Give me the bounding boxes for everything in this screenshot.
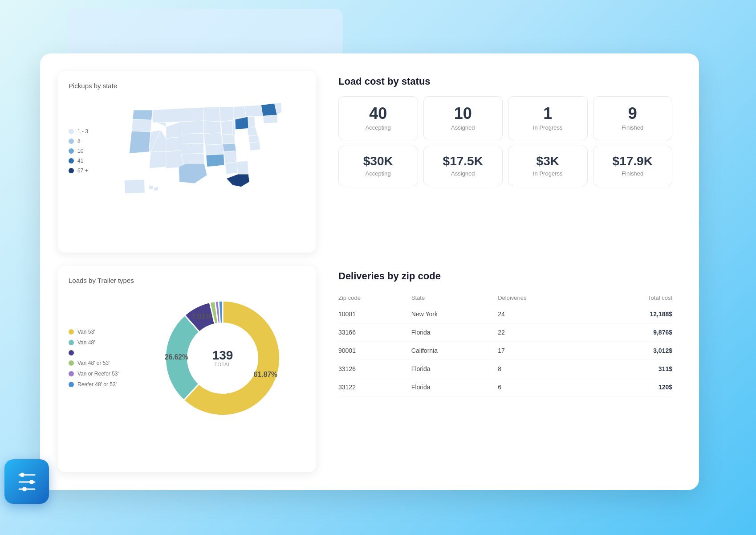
- svg-point-47: [20, 473, 24, 477]
- trailer-dot-reefer4853: [69, 382, 74, 387]
- trailer-dot-van48: [69, 340, 74, 345]
- cell-cost-2: 3,012$: [592, 342, 672, 360]
- table-row: 33122 Florida 6 120$: [338, 378, 672, 396]
- legend-item-4: 41: [69, 158, 104, 164]
- svg-marker-38: [244, 105, 263, 117]
- cost-stats-grid: $30K Accepting $17.5K Assigned $3K In Pr…: [338, 146, 672, 186]
- cell-state-3: Florida: [411, 360, 498, 378]
- svg-marker-5: [153, 108, 181, 123]
- svg-marker-1: [132, 119, 152, 132]
- assigned-cost-label: Assigned: [431, 170, 496, 177]
- load-cost-title: Load cost by status: [338, 76, 672, 87]
- finished-count: 9: [601, 106, 665, 122]
- stat-card-inprogress-count: 1 In Progress: [508, 96, 588, 140]
- legend-label-2: 8: [77, 138, 81, 144]
- cell-state-0: New York: [411, 305, 498, 323]
- donut-center: 139 TOTAL: [212, 349, 233, 367]
- pickups-title: Pickups by state: [69, 82, 305, 90]
- inprogress-cost: $3K: [516, 155, 580, 167]
- stat-card-finished-count: 9 Finished: [593, 96, 673, 140]
- legend-label-5: 67 +: [77, 167, 88, 174]
- legend-item-3: 10: [69, 148, 104, 154]
- donut-total-number: 139: [212, 349, 233, 362]
- svg-point-49: [29, 480, 34, 484]
- cell-count-2: 17: [498, 342, 592, 360]
- inprogress-count-label: In Progress: [516, 124, 580, 131]
- col-zipcode: Zip code: [338, 291, 411, 305]
- svg-marker-37: [249, 142, 260, 151]
- accepting-count: 40: [346, 106, 411, 122]
- table-row: 10001 New York 24 12,188$: [338, 305, 672, 323]
- legend-dot-2: [69, 139, 74, 144]
- legend-item-2: 8: [69, 138, 104, 144]
- col-totalcost: Total cost: [592, 291, 672, 305]
- trailer-label-reefer4853: Reefer 48' or 53': [77, 381, 117, 388]
- cell-zip-0: 10001: [338, 305, 411, 323]
- svg-marker-27: [225, 162, 238, 174]
- svg-point-51: [22, 487, 27, 491]
- trailer-legend-van48: Van 48': [69, 339, 131, 346]
- svg-marker-16: [179, 163, 207, 184]
- svg-marker-8: [149, 152, 166, 169]
- svg-marker-25: [223, 143, 236, 152]
- us-map: [113, 97, 305, 205]
- table-row: 33126 Florida 8 311$: [338, 360, 672, 378]
- sliders-icon: [15, 470, 39, 494]
- cell-state-2: California: [411, 342, 498, 360]
- legend-item-5: 67 +: [69, 167, 104, 174]
- svg-marker-30: [234, 106, 246, 118]
- cell-state-1: Florida: [411, 323, 498, 342]
- inprogress-count: 1: [516, 106, 580, 122]
- donut-chart-wrapper: 61.87%26.62%7.91% 139 TOTAL: [140, 291, 305, 425]
- svg-marker-36: [248, 135, 260, 143]
- trailer-title: Loads by Trailer types: [69, 277, 305, 284]
- donut-total-label: TOTAL: [212, 362, 233, 367]
- cell-cost-4: 120$: [592, 378, 672, 396]
- svg-marker-29: [227, 174, 250, 187]
- legend-dot-1: [69, 129, 74, 134]
- svg-marker-43: [124, 180, 145, 194]
- legend-dot-4: [69, 158, 74, 163]
- cell-cost-1: 9,876$: [592, 323, 672, 342]
- cell-zip-3: 33126: [338, 360, 411, 378]
- legend-dot-3: [69, 148, 74, 154]
- cell-zip-4: 33122: [338, 378, 411, 396]
- legend-label-3: 10: [77, 148, 83, 154]
- accepting-cost-label: Accepting: [346, 170, 411, 177]
- trailer-content: Van 53' Van 48' Van 48' or 53' Van or Re…: [69, 291, 305, 425]
- svg-marker-0: [133, 110, 153, 120]
- svg-marker-44: [149, 185, 154, 190]
- trailer-dot-purple: [69, 350, 74, 355]
- svg-marker-26: [224, 151, 237, 164]
- trailer-dot-van53: [69, 329, 74, 335]
- cell-cost-3: 311$: [592, 360, 672, 378]
- svg-marker-12: [181, 121, 204, 134]
- deliveries-table: Zip code State Deloiveries Total cost 10…: [338, 291, 672, 396]
- map-container: 1 - 3 8 10 41 67 +: [69, 97, 305, 205]
- stat-card-accepting-count: 40 Accepting: [338, 96, 418, 140]
- svg-marker-17: [204, 107, 221, 122]
- count-stats-grid: 40 Accepting 10 Assigned 1 In Progress 9…: [338, 96, 672, 140]
- stat-card-finished-cost: $17.9K Finished: [593, 146, 673, 186]
- finished-cost-label: Finished: [601, 170, 665, 177]
- trailer-label-van48: Van 48': [77, 339, 95, 346]
- stat-card-accepting-cost: $30K Accepting: [338, 146, 418, 186]
- stat-card-inprogress-cost: $3K In Progerss: [508, 146, 588, 186]
- trailer-label-vanreefer53: Van or Reefer 53': [77, 371, 119, 377]
- svg-marker-28: [237, 161, 248, 174]
- deliveries-title: Deliveries by zip code: [338, 270, 672, 282]
- svg-marker-41: [263, 115, 278, 123]
- legend-item-1: 1 - 3: [69, 128, 104, 135]
- table-row: 33166 Florida 22 9,876$: [338, 323, 672, 342]
- cell-cost-0: 12,188$: [592, 305, 672, 323]
- deliveries-section: Deliveries by zip code Zip code State De…: [329, 266, 681, 472]
- cell-zip-1: 33166: [338, 323, 411, 342]
- svg-marker-23: [221, 120, 235, 135]
- accepting-cost: $30K: [346, 155, 411, 167]
- col-state: State: [411, 291, 498, 305]
- trailer-legend-reefer4853: Reefer 48' or 53': [69, 381, 131, 388]
- svg-marker-11: [181, 107, 205, 122]
- svg-marker-45: [154, 187, 159, 191]
- svg-marker-35: [247, 127, 258, 136]
- stat-card-assigned-count: 10 Assigned: [423, 96, 503, 140]
